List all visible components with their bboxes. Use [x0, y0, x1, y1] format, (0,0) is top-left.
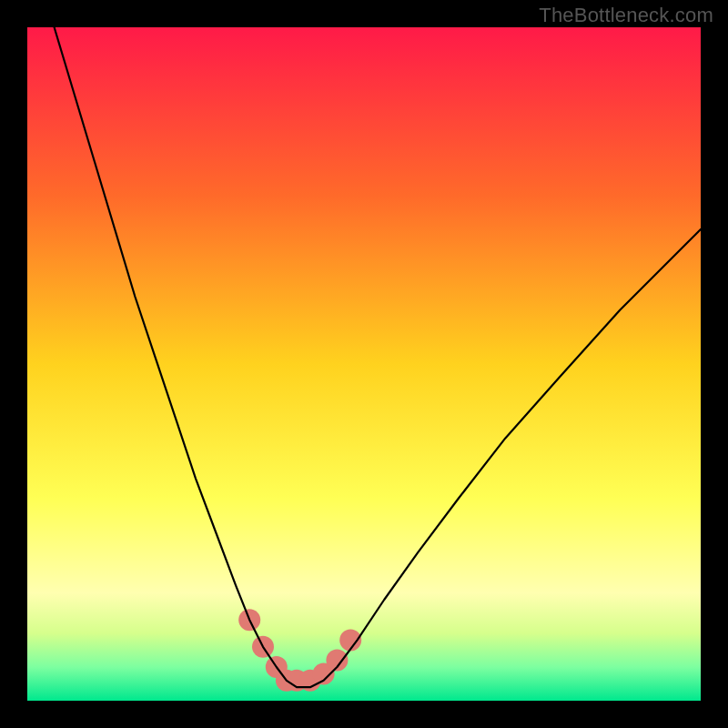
chart-frame: TheBottleneck.com — [0, 0, 728, 728]
heat-background — [27, 27, 701, 701]
chart-svg — [27, 27, 701, 701]
watermark-label: TheBottleneck.com — [539, 4, 713, 27]
plot-area — [27, 27, 701, 701]
